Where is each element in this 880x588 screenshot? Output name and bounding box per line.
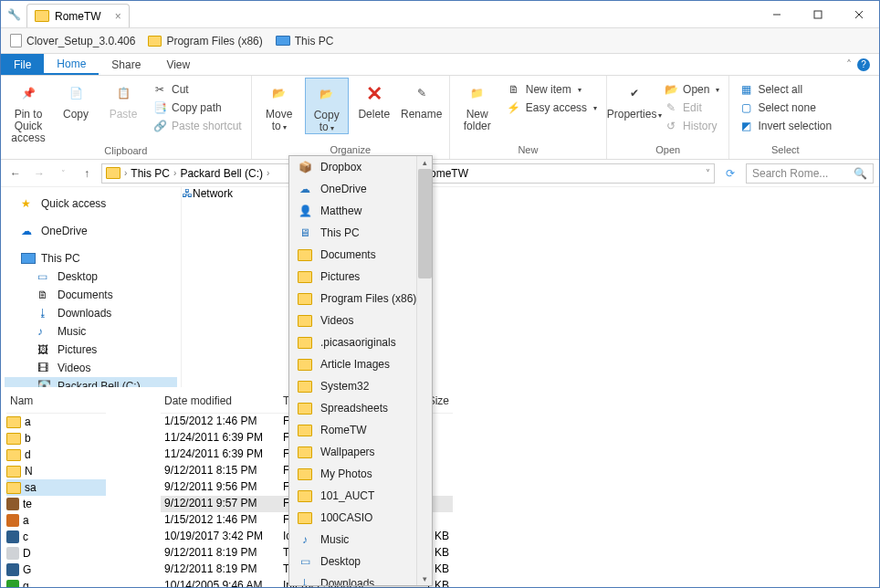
- paste-shortcut-button[interactable]: 🔗Paste shortcut: [149, 118, 246, 134]
- cell-date[interactable]: 10/19/2017 3:42 PM: [161, 529, 279, 545]
- column-header-name[interactable]: Nam: [6, 393, 106, 414]
- file-row[interactable]: te: [6, 496, 106, 512]
- breadcrumb-current[interactable]: › RomeTW ˅: [411, 163, 715, 184]
- copy-to-item[interactable]: Videos: [289, 310, 432, 331]
- bookmark-this-pc[interactable]: This PC: [276, 35, 334, 47]
- copy-to-item[interactable]: ☁OneDrive: [289, 178, 432, 200]
- cell-date[interactable]: 1/15/2012 1:46 PM: [161, 512, 279, 529]
- copy-to-item[interactable]: 👤Matthew: [289, 200, 432, 222]
- copy-to-item[interactable]: .picasaoriginals: [289, 331, 432, 353]
- cell-date[interactable]: 9/12/2011 9:57 PM: [161, 496, 279, 512]
- nav-videos[interactable]: 🎞Videos: [5, 359, 177, 377]
- copy-to-button[interactable]: 📂Copy to▾: [305, 78, 349, 134]
- file-row[interactable]: sa: [6, 479, 106, 496]
- scrollbar-thumb[interactable]: [418, 169, 432, 278]
- copy-to-item[interactable]: Pictures: [289, 266, 432, 288]
- file-row[interactable]: b: [6, 430, 106, 446]
- file-row[interactable]: d: [6, 446, 106, 463]
- pin-quick-access-button[interactable]: 📌Pin to Quick access: [6, 78, 50, 145]
- cell-date[interactable]: 11/24/2011 6:39 PM: [161, 446, 279, 463]
- copy-button[interactable]: 📄Copy: [54, 78, 98, 121]
- select-none-button[interactable]: ▢Select none: [735, 100, 835, 116]
- crumb-this-pc[interactable]: This PC: [131, 167, 170, 180]
- cell-date[interactable]: 9/12/2011 8:19 PM: [161, 545, 279, 562]
- copy-to-item[interactable]: Documents: [289, 244, 432, 266]
- copy-to-item[interactable]: RomeTW: [289, 419, 432, 441]
- rename-button[interactable]: ✎Rename: [400, 78, 444, 121]
- cell-date[interactable]: 9/12/2011 8:15 PM: [161, 463, 279, 479]
- ribbon-help[interactable]: ˄?: [846, 54, 879, 75]
- copy-to-item[interactable]: 101_AUCT: [289, 485, 432, 507]
- nav-this-pc[interactable]: This PC: [5, 249, 177, 268]
- open-button[interactable]: 📂Open▾: [660, 81, 723, 98]
- ribbon-tab-share[interactable]: Share: [99, 54, 153, 75]
- copy-path-button[interactable]: 📑Copy path: [149, 100, 246, 116]
- copy-to-item[interactable]: 100CASIO: [289, 507, 432, 529]
- file-row[interactable]: a: [6, 512, 106, 529]
- cell-date[interactable]: 9/12/2011 9:56 PM: [161, 479, 279, 496]
- column-header-date[interactable]: Date modified: [161, 393, 279, 414]
- nav-documents[interactable]: 🗎Documents: [5, 286, 177, 304]
- file-row[interactable]: g: [6, 578, 106, 587]
- copy-to-item[interactable]: Article Images: [289, 353, 432, 375]
- copy-to-item[interactable]: 🖥This PC: [289, 222, 432, 244]
- recent-locations-button[interactable]: ˅: [54, 169, 72, 178]
- scrollbar[interactable]: ▴ ▾: [416, 156, 432, 585]
- new-folder-button[interactable]: 📁New folder: [456, 78, 499, 132]
- back-button[interactable]: ←: [6, 167, 25, 180]
- nav-network[interactable]: 🖧Network: [182, 187, 233, 387]
- paste-button[interactable]: 📋Paste: [101, 78, 145, 121]
- cell-date[interactable]: 9/12/2011 8:19 PM: [161, 562, 279, 578]
- nav-drive-c[interactable]: 💽Packard Bell (C:): [5, 377, 177, 387]
- ribbon-tab-view[interactable]: View: [153, 54, 203, 75]
- chevron-down-icon[interactable]: ˅: [706, 168, 710, 178]
- nav-pictures[interactable]: 🖼Pictures: [5, 341, 177, 359]
- copy-to-item[interactable]: My Photos: [289, 463, 432, 485]
- minimize-button[interactable]: [756, 2, 797, 27]
- copy-to-item[interactable]: ♪Music: [289, 529, 432, 551]
- wrench-icon[interactable]: 🔧: [1, 8, 26, 21]
- bookmark-program-files[interactable]: Program Files (x86): [148, 35, 262, 47]
- chevron-right-icon[interactable]: ›: [173, 168, 176, 178]
- cell-date[interactable]: 1/15/2012 1:46 PM: [161, 414, 279, 430]
- search-input[interactable]: Search Rome... 🔍: [746, 163, 874, 184]
- easy-access-button[interactable]: ⚡Easy access▾: [503, 100, 601, 116]
- cell-date[interactable]: 11/24/2011 6:39 PM: [161, 430, 279, 446]
- copy-to-item[interactable]: Wallpapers: [289, 441, 432, 463]
- file-row[interactable]: a: [6, 414, 106, 430]
- cell-date[interactable]: 10/14/2005 9:46 AM: [161, 578, 279, 587]
- copy-to-item[interactable]: System32: [289, 375, 432, 397]
- ribbon-tab-file[interactable]: File: [1, 54, 44, 75]
- close-button[interactable]: [838, 2, 879, 27]
- properties-button[interactable]: ✔Properties▾: [613, 78, 656, 121]
- copy-to-item[interactable]: Spreadsheets: [289, 397, 432, 419]
- nav-onedrive[interactable]: ☁OneDrive: [5, 222, 177, 240]
- history-button[interactable]: ↺History: [660, 118, 723, 134]
- scroll-down-icon[interactable]: ▾: [423, 574, 427, 583]
- close-tab-icon[interactable]: ×: [115, 10, 121, 23]
- cut-button[interactable]: ✂Cut: [149, 81, 246, 98]
- nav-downloads[interactable]: ⭳Downloads: [5, 304, 177, 322]
- edit-button[interactable]: ✎Edit: [660, 100, 723, 116]
- move-to-button[interactable]: 📂Move to▾: [257, 78, 301, 132]
- maximize-button[interactable]: [797, 2, 838, 27]
- invert-selection-button[interactable]: ◩Invert selection: [735, 118, 835, 134]
- copy-to-item[interactable]: 📦Dropbox: [289, 156, 432, 178]
- nav-quick-access[interactable]: ★Quick access: [5, 194, 177, 213]
- ribbon-tab-home[interactable]: Home: [44, 54, 99, 75]
- forward-button[interactable]: →: [30, 167, 48, 180]
- refresh-button[interactable]: ⟳: [720, 167, 740, 180]
- up-button[interactable]: ↑: [78, 167, 96, 180]
- file-row[interactable]: c: [6, 529, 106, 545]
- delete-button[interactable]: ✕Delete: [352, 78, 396, 121]
- file-row[interactable]: D: [6, 545, 106, 562]
- copy-to-item[interactable]: ⭳Downloads: [289, 572, 432, 586]
- chevron-right-icon[interactable]: ›: [267, 168, 269, 178]
- new-item-button[interactable]: 🗎New item▾: [503, 81, 601, 98]
- chevron-right-icon[interactable]: ›: [124, 168, 127, 178]
- copy-to-item[interactable]: ▭Desktop: [289, 551, 432, 572]
- crumb-drive[interactable]: Packard Bell (C:): [180, 167, 263, 180]
- nav-desktop[interactable]: ▭Desktop: [5, 268, 177, 286]
- select-all-button[interactable]: ▦Select all: [735, 81, 835, 98]
- browser-tab[interactable]: RomeTW ×: [26, 4, 130, 27]
